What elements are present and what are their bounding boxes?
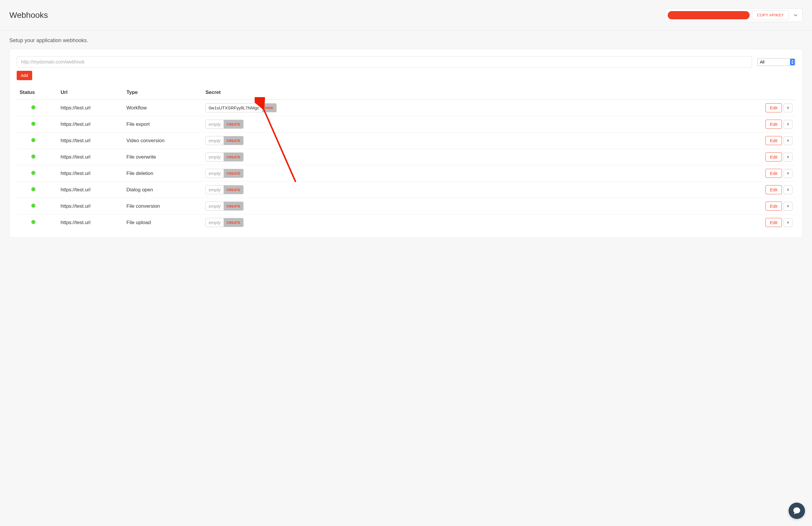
create-secret-button[interactable]: CREATE [223, 218, 243, 227]
status-dot [31, 171, 35, 175]
col-url: Url [58, 86, 124, 100]
delete-button[interactable]: × [784, 185, 793, 194]
apikey-dropdown-toggle[interactable] [791, 14, 800, 16]
table-row: https://test.urlFile deletionemptyCREATE… [17, 165, 795, 182]
row-url: https://test.url [58, 182, 124, 198]
delete-button[interactable]: × [784, 202, 793, 211]
table-row: https://test.urlWorkflow0w1sUTXSRFyyllL7… [17, 100, 795, 116]
status-dot [31, 220, 35, 224]
create-secret-button[interactable]: CREATE [223, 169, 243, 178]
row-url: https://test.url [58, 149, 124, 165]
add-button[interactable]: Add [17, 71, 32, 80]
secret-group: emptyCREATE [205, 201, 244, 211]
row-type: File conversion [124, 198, 203, 214]
status-dot [31, 204, 35, 208]
apikey-group: COPY APIKEY [665, 8, 803, 22]
table-row: https://test.urlFile overwriteemptyCREAT… [17, 149, 795, 165]
status-dot [31, 105, 35, 109]
table-row: https://test.urlFile conversionemptyCREA… [17, 198, 795, 214]
webhook-type-select[interactable]: All [757, 58, 795, 66]
copy-apikey-button[interactable]: COPY APIKEY [752, 10, 789, 20]
secret-group: emptyCREATE [205, 169, 244, 178]
table-row: https://test.urlFile uploademptyCREATEEd… [17, 214, 795, 231]
edit-button[interactable]: Edit [766, 169, 782, 178]
edit-button[interactable]: Edit [766, 185, 782, 194]
status-dot [31, 187, 35, 191]
delete-button[interactable]: × [784, 136, 793, 145]
row-url: https://test.url [58, 133, 124, 149]
apikey-masked-pill [668, 11, 750, 19]
row-type: File export [124, 116, 203, 133]
webhooks-card: All Add Status Url Type Secret https://t… [9, 49, 803, 238]
page-title: Webhooks [9, 11, 48, 20]
create-secret-button[interactable]: CREATE [223, 120, 243, 129]
row-url: https://test.url [58, 116, 124, 133]
table-row: https://test.urlDialog openemptyCREATEEd… [17, 182, 795, 198]
row-type: Workflow [124, 100, 203, 116]
delete-button[interactable]: × [784, 218, 793, 227]
hide-secret-button[interactable]: HIDE [262, 104, 276, 112]
table-row: https://test.urlVideo conversionemptyCRE… [17, 133, 795, 149]
row-type: File upload [124, 214, 203, 231]
chevron-down-icon [794, 14, 797, 16]
row-url: https://test.url [58, 198, 124, 214]
col-type: Type [124, 86, 203, 100]
create-secret-button[interactable]: CREATE [223, 136, 243, 145]
secret-group: emptyCREATE [205, 185, 244, 194]
secret-group: emptyCREATE [205, 136, 244, 145]
status-dot [31, 154, 35, 159]
secret-group: emptyCREATE [205, 218, 244, 227]
edit-button[interactable]: Edit [766, 152, 782, 162]
delete-button[interactable]: × [784, 153, 793, 162]
secret-value: empty [206, 120, 223, 129]
status-dot [31, 138, 35, 142]
secret-value: empty [206, 153, 223, 161]
edit-button[interactable]: Edit [766, 103, 782, 112]
secret-value: 0w1sUTXSRFyyllL7NMgc [206, 104, 262, 112]
delete-button[interactable]: × [784, 169, 793, 178]
secret-group: emptyCREATE [205, 120, 244, 129]
secret-group: emptyCREATE [205, 152, 244, 162]
edit-button[interactable]: Edit [766, 136, 782, 145]
row-url: https://test.url [58, 100, 124, 116]
page-subtitle: Setup your application webhooks. [0, 30, 812, 49]
secret-value: empty [206, 218, 223, 227]
row-type: Video conversion [124, 133, 203, 149]
create-secret-button[interactable]: CREATE [223, 153, 243, 161]
edit-button[interactable]: Edit [766, 201, 782, 211]
delete-button[interactable]: × [784, 104, 793, 112]
col-secret: Secret [203, 86, 749, 100]
edit-button[interactable]: Edit [766, 218, 782, 227]
edit-button[interactable]: Edit [766, 120, 782, 129]
webhook-url-input[interactable] [17, 56, 752, 68]
secret-value: empty [206, 185, 223, 194]
col-status: Status [17, 86, 58, 100]
row-type: Dialog open [124, 182, 203, 198]
secret-value: empty [206, 136, 223, 145]
row-url: https://test.url [58, 165, 124, 182]
row-type: File deletion [124, 165, 203, 182]
secret-group: 0w1sUTXSRFyyllL7NMgcHIDE [205, 103, 277, 112]
secret-value: empty [206, 202, 223, 210]
delete-button[interactable]: × [784, 120, 793, 129]
create-secret-button[interactable]: CREATE [223, 185, 243, 194]
status-dot [31, 122, 35, 126]
create-secret-button[interactable]: CREATE [223, 202, 243, 210]
row-url: https://test.url [58, 214, 124, 231]
row-type: File overwrite [124, 149, 203, 165]
table-row: https://test.urlFile exportemptyCREATEEd… [17, 116, 795, 133]
secret-value: empty [206, 169, 223, 178]
webhooks-table: Status Url Type Secret https://test.urlW… [17, 86, 795, 230]
